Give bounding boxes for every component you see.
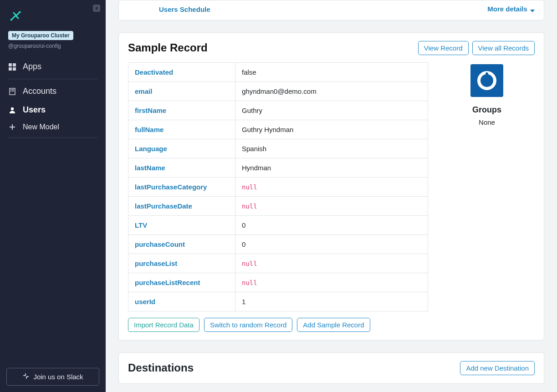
table-row: userId1 (128, 292, 428, 311)
table-row: fullNameGuthry Hyndman (128, 120, 428, 139)
svg-marker-21 (530, 10, 535, 12)
table-row: purchaseListRecentnull (128, 273, 428, 292)
main-content: Users Schedule More details Sample Recor… (106, 0, 557, 392)
table-row: lastPurchaseCategorynull (128, 177, 428, 196)
svg-rect-10 (13, 89, 14, 90)
property-key-link[interactable]: LTV (128, 215, 235, 234)
gravatar-icon (476, 70, 498, 92)
building-icon (8, 88, 16, 95)
svg-rect-8 (10, 89, 11, 90)
svg-point-2 (19, 11, 20, 13)
table-row: LTV0 (128, 215, 428, 234)
caret-left-icon (95, 6, 98, 10)
table-row: emailghyndman0@demo.com (128, 81, 428, 101)
view-all-records-button[interactable]: View all Records (472, 41, 535, 55)
svg-rect-11 (10, 91, 11, 92)
table-row: lastPurchaseDatenull (128, 196, 428, 215)
property-value: Spanish (235, 139, 428, 158)
property-key-link[interactable]: userId (128, 292, 235, 311)
sidebar: My Grouparoo Cluster @grouparoo/ui-confi… (0, 0, 106, 392)
table-row: purchaseCount0 (128, 234, 428, 254)
property-key-link[interactable]: firstName (128, 101, 235, 120)
property-key-link[interactable]: lastName (128, 158, 235, 177)
property-value: Guthry Hyndman (235, 120, 428, 139)
svg-rect-12 (12, 91, 13, 92)
svg-point-14 (11, 107, 14, 110)
svg-rect-16 (10, 127, 15, 127)
switch-random-record-button[interactable]: Switch to random Record (204, 318, 292, 332)
groups-none-text: None (439, 118, 535, 126)
more-details-link[interactable]: More details (487, 5, 535, 14)
table-row: lastNameHyndman (128, 158, 428, 177)
caret-down-icon (530, 6, 535, 14)
sources-card-fragment: Users Schedule More details (118, 0, 544, 20)
null-value: null (242, 183, 257, 191)
user-icon (8, 107, 16, 114)
join-slack-button[interactable]: Join us on Slack (6, 368, 99, 386)
property-key-link[interactable]: Deactivated (128, 62, 235, 81)
table-row: LanguageSpanish (128, 139, 428, 158)
svg-rect-3 (9, 63, 12, 66)
property-value: false (235, 62, 428, 81)
more-details-label: More details (487, 5, 527, 13)
svg-rect-6 (13, 67, 16, 71)
svg-rect-20 (26, 377, 27, 379)
slack-button-label: Join us on Slack (33, 373, 83, 381)
svg-rect-4 (13, 63, 16, 66)
sidebar-item-accounts[interactable]: Accounts (0, 82, 106, 101)
svg-point-1 (10, 19, 12, 20)
destinations-card: Destinations Add new Destination (118, 352, 544, 384)
cluster-badge: My Grouparoo Cluster (8, 31, 73, 40)
logo (8, 8, 97, 25)
add-sample-record-button[interactable]: Add Sample Record (297, 318, 370, 332)
sample-record-title: Sample Record (128, 41, 208, 54)
record-avatar (470, 64, 503, 97)
table-row: firstNameGuthry (128, 101, 428, 120)
property-value: null (235, 254, 428, 273)
svg-rect-9 (12, 89, 13, 90)
property-key-link[interactable]: lastPurchaseDate (128, 196, 235, 215)
destinations-title: Destinations (128, 361, 194, 374)
property-key-link[interactable]: Language (128, 139, 235, 158)
property-key-link[interactable]: lastPurchaseCategory (128, 177, 235, 196)
null-value: null (242, 279, 257, 286)
sidebar-item-label: Users (23, 105, 46, 115)
plus-icon (8, 124, 16, 130)
sidebar-item-new-model[interactable]: New Model (0, 119, 106, 135)
users-schedule-link[interactable]: Users Schedule (159, 5, 210, 13)
property-value: 0 (235, 215, 428, 234)
property-value: 1 (235, 292, 428, 311)
property-value: ghyndman0@demo.com (235, 81, 428, 101)
property-value: null (235, 196, 428, 215)
svg-rect-13 (13, 91, 14, 92)
null-value: null (242, 203, 257, 210)
import-record-data-button[interactable]: Import Record Data (128, 318, 199, 332)
svg-marker-0 (95, 6, 97, 10)
groups-heading: Groups (439, 105, 535, 115)
cluster-subtitle: @grouparoo/ui-config (8, 43, 97, 49)
property-key-link[interactable]: fullName (128, 120, 235, 139)
add-destination-button[interactable]: Add new Destination (460, 361, 535, 375)
table-row: purchaseListnull (128, 254, 428, 273)
sidebar-collapse-button[interactable] (93, 5, 100, 12)
sidebar-item-label: Apps (23, 62, 41, 71)
grid-icon (8, 63, 16, 71)
svg-rect-5 (9, 67, 12, 71)
property-key-link[interactable]: purchaseCount (128, 234, 235, 254)
property-value: Guthry (235, 101, 428, 120)
property-value: Hyndman (235, 158, 428, 177)
property-key-link[interactable]: email (128, 81, 235, 101)
nav-divider (8, 79, 97, 79)
nav-divider (8, 137, 97, 138)
sidebar-item-label: New Model (23, 123, 59, 131)
sidebar-item-apps[interactable]: Apps (0, 57, 106, 76)
svg-rect-19 (25, 373, 26, 376)
properties-table: Deactivatedfalseemailghyndman0@demo.comf… (128, 62, 428, 311)
property-key-link[interactable]: purchaseList (128, 254, 235, 273)
view-record-button[interactable]: View Record (418, 41, 469, 55)
property-key-link[interactable]: purchaseListRecent (128, 273, 235, 292)
sidebar-item-users[interactable]: Users (0, 101, 106, 119)
property-value: 0 (235, 234, 428, 254)
grouparoo-logo-icon (8, 8, 24, 24)
svg-rect-25 (485, 72, 488, 79)
